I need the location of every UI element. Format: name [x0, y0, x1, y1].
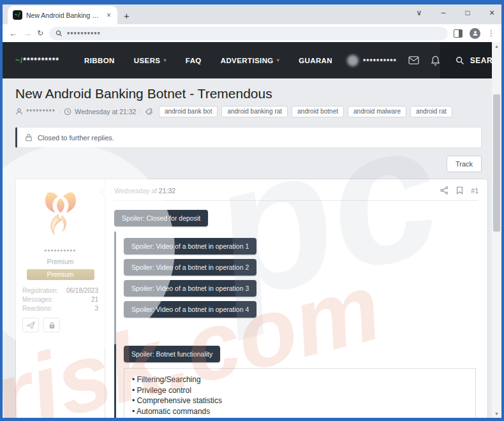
url-text: **********: [67, 29, 101, 38]
video-spoiler-list: Spoiler: Video of a botnet in operation …: [124, 238, 478, 318]
lock-icon: [25, 133, 33, 142]
closed-notice-text: Closed to further replies.: [38, 134, 114, 142]
logo-prefix: ~/: [15, 56, 23, 65]
spoiler-functionality-button[interactable]: Spoiler: Botnet functionality: [124, 346, 220, 362]
thread-date[interactable]: Wednesday at 21:32: [75, 108, 136, 115]
scroll-up-icon[interactable]: ▲: [492, 44, 501, 48]
tag-android-malware[interactable]: android malware: [348, 106, 406, 117]
logo-name: **********: [23, 56, 59, 65]
browser-menu-icon[interactable]: ⋮: [487, 29, 495, 38]
window-close-icon[interactable]: ×: [487, 8, 496, 18]
window-controls: ∨ – □ ×: [415, 6, 496, 20]
feature-item: Phishing: [132, 417, 468, 418]
post-date[interactable]: Wednesday at 21:32: [114, 187, 440, 195]
search-icon: [456, 56, 464, 65]
spoiler-closed-deposit-button[interactable]: Spoiler: Closed for deposit: [114, 210, 208, 226]
post-number[interactable]: #1: [471, 187, 478, 195]
functionality-box: Filtering/Searching Privilege control Co…: [124, 368, 476, 418]
chevron-down-icon: ▾: [163, 57, 166, 63]
nav-item-faq[interactable]: FAQ: [176, 57, 211, 64]
author-stats: Registration: 06/18/2023 Messages: 21 Re…: [22, 285, 98, 312]
tab-title: New Android Banking Botnet - Tr: [26, 11, 101, 19]
thread-author[interactable]: *********: [26, 108, 56, 115]
scrollbar-thumb[interactable]: [493, 94, 500, 232]
tag-android-rat[interactable]: android rat: [410, 106, 452, 117]
forum-logo[interactable]: ~/**********: [15, 56, 59, 65]
bookmark-icon[interactable]: [456, 186, 463, 195]
track-row: Track: [15, 156, 482, 172]
spoiler-video-3-button[interactable]: Spoiler: Video of a botnet in operation …: [124, 280, 256, 297]
author-person-icon: [15, 108, 23, 115]
nav-item-users[interactable]: USERS▾: [124, 57, 176, 64]
messages-envelope-icon[interactable]: [408, 56, 419, 64]
tab-close-icon[interactable]: ×: [105, 11, 112, 20]
side-panel-icon[interactable]: [454, 29, 463, 38]
tags-icon: [145, 108, 154, 116]
phoenix-avatar[interactable]: [34, 188, 87, 240]
tag-android-banking-rat[interactable]: android banking rat: [221, 106, 288, 117]
stat-registration: Registration: 06/18/2023: [22, 287, 98, 294]
back-icon[interactable]: ←: [9, 29, 17, 38]
meta-separator: ·: [139, 108, 142, 115]
window-maximize-icon[interactable]: □: [463, 8, 472, 17]
address-bar[interactable]: **********: [49, 27, 448, 40]
nav-item-guarantor[interactable]: GUARAN: [289, 57, 342, 64]
browser-toolbar: ← → ↻ ********** ⋮: [3, 24, 501, 42]
post-card: ********** Premium Premium Registration:…: [15, 179, 488, 418]
tag-android-botnet[interactable]: android botnet: [292, 106, 344, 117]
tag-list: android bank bot android banking rat and…: [159, 106, 452, 117]
share-icon[interactable]: [440, 186, 448, 195]
profile-avatar-icon[interactable]: [470, 28, 480, 39]
feature-item: Privilege control: [132, 385, 468, 396]
toolbar-right: ⋮: [454, 28, 495, 39]
post-author-panel: ********** Premium Premium Registration:…: [16, 179, 105, 418]
padlock-button[interactable]: [43, 318, 60, 332]
telegram-paper-plane-button[interactable]: [22, 318, 39, 332]
closed-notice: Closed to further replies.: [15, 127, 482, 148]
spacer: [124, 318, 478, 346]
forum-page: ~/********** RIBBON USERS▾ FAQ ADVERTISI…: [3, 42, 492, 418]
track-button[interactable]: Track: [447, 156, 482, 172]
post-header: Wednesday at 21:32 #1: [114, 186, 478, 195]
clock-icon: [64, 108, 71, 115]
feature-list: Filtering/Searching Privilege control Co…: [132, 374, 468, 418]
search-icon: [56, 30, 63, 37]
feature-item: Automatic commands: [132, 406, 468, 417]
forward-icon[interactable]: →: [23, 29, 31, 38]
page-title: New Android Banking Botnet - Tremendous: [15, 86, 482, 101]
reload-icon[interactable]: ↻: [37, 29, 43, 38]
alerts-bell-icon[interactable]: [431, 55, 440, 66]
window-restore-icon[interactable]: ∨: [415, 8, 424, 17]
spoiler-content-block: Spoiler: Video of a botnet in operation …: [114, 232, 478, 418]
browser-window: ~/ New Android Banking Botnet - Tr × + ∨…: [0, 0, 504, 421]
feature-item: Filtering/Searching: [132, 374, 468, 385]
premium-badge: Premium: [27, 269, 94, 280]
nav-search-button[interactable]: SEARCH: [440, 42, 492, 78]
author-rank: Premium: [47, 258, 73, 265]
nav-menu: RIBBON USERS▾ FAQ ADVERTISING▾ GUARAN: [75, 57, 342, 64]
spoiler-video-4-button[interactable]: Spoiler: Video of a botnet in operation …: [124, 301, 256, 318]
window-minimize-icon[interactable]: –: [439, 8, 448, 17]
spoiler-video-1-button[interactable]: Spoiler: Video of a botnet in operation …: [124, 238, 256, 255]
chevron-down-icon: ▾: [277, 57, 279, 63]
post-actions: #1: [440, 186, 478, 195]
tag-android-bank-bot[interactable]: android bank bot: [159, 106, 218, 117]
user-avatar: [347, 55, 359, 66]
new-tab-button[interactable]: +: [124, 10, 130, 21]
nav-item-advertising[interactable]: ADVERTISING▾: [211, 57, 289, 64]
page-scrollbar[interactable]: ▲ ▼: [492, 42, 501, 418]
scroll-down-icon[interactable]: ▼: [492, 411, 501, 416]
forum-navbar: ~/********** RIBBON USERS▾ FAQ ADVERTISI…: [3, 42, 492, 78]
thread-meta: ********* · Wednesday at 21:32 · android…: [15, 106, 482, 117]
author-contact-icons: [22, 318, 60, 332]
meta-separator: ·: [59, 108, 61, 115]
nav-item-ribbon[interactable]: RIBBON: [75, 57, 124, 64]
search-label: SEARCH: [470, 56, 492, 65]
browser-titlebar: ~/ New Android Banking Botnet - Tr × + ∨…: [3, 4, 501, 24]
nav-user-account[interactable]: **********: [347, 55, 397, 66]
browser-tab[interactable]: ~/ New Android Banking Botnet - Tr ×: [8, 6, 117, 24]
site-favicon-icon: ~/: [13, 10, 22, 20]
spoiler-video-2-button[interactable]: Spoiler: Video of a botnet in operation …: [124, 259, 256, 276]
post-author-name[interactable]: **********: [44, 248, 76, 255]
nav-username: **********: [363, 56, 397, 65]
